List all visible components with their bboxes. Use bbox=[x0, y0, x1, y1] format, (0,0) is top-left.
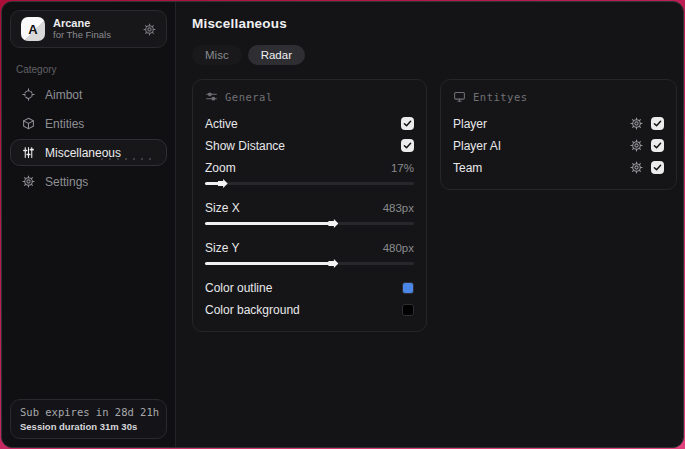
slider-size-x[interactable] bbox=[205, 219, 414, 228]
checkbox[interactable] bbox=[401, 139, 414, 152]
settings-row: Show Distance bbox=[205, 135, 414, 156]
general-panel-title: General bbox=[225, 91, 273, 103]
entity-label: Player bbox=[453, 117, 487, 131]
entity-controls bbox=[630, 161, 664, 174]
sidebar-item-label: Settings bbox=[45, 175, 88, 189]
entity-row: Player bbox=[453, 113, 664, 134]
tab-radar[interactable]: Radar bbox=[248, 45, 305, 65]
checkbox[interactable] bbox=[401, 117, 414, 130]
slider-thumb[interactable] bbox=[218, 179, 228, 188]
entity-label: Player AI bbox=[453, 139, 501, 153]
slider-thumb[interactable] bbox=[328, 259, 338, 268]
entity-controls bbox=[630, 117, 664, 130]
main-content: Miscellaneous MiscRadar General ActiveSh… bbox=[176, 2, 684, 447]
cube-icon bbox=[21, 117, 35, 130]
slider-fill bbox=[205, 222, 330, 225]
setting-label: Size Y bbox=[205, 241, 239, 255]
color-swatch[interactable] bbox=[402, 304, 414, 316]
sidebar-item-miscellaneous[interactable]: Miscellaneous bbox=[10, 139, 167, 166]
sliders-horizontal-icon bbox=[205, 90, 218, 103]
setting-label: Color outline bbox=[205, 281, 272, 295]
slider-size-y[interactable] bbox=[205, 259, 414, 268]
color-swatch[interactable] bbox=[402, 282, 414, 294]
sidebar-item-label: Aimbot bbox=[45, 88, 82, 102]
monitor-icon bbox=[453, 90, 466, 103]
setting-label: Zoom bbox=[205, 161, 236, 175]
entities-panel-title: Entityes bbox=[473, 91, 528, 103]
slider-fill bbox=[205, 182, 220, 185]
app-window: A Arcane for The Finals Category AimbotE… bbox=[1, 1, 684, 448]
app-card: A Arcane for The Finals bbox=[10, 10, 167, 48]
entity-label: Team bbox=[453, 161, 482, 175]
general-panel: General ActiveShow DistanceZoom17%Size X… bbox=[192, 79, 427, 332]
sidebar-item-settings[interactable]: Settings bbox=[10, 168, 167, 195]
setting-label: Show Distance bbox=[205, 139, 285, 153]
settings-row: Size X483px bbox=[205, 197, 414, 218]
settings-row: Active bbox=[205, 113, 414, 134]
page-title: Miscellaneous bbox=[192, 16, 677, 31]
checkbox[interactable] bbox=[651, 139, 664, 152]
app-subtitle: for The Finals bbox=[53, 30, 111, 41]
sub-expires-text: Sub expires in 28d 21h bbox=[20, 406, 157, 418]
gear-icon[interactable] bbox=[630, 139, 643, 152]
subscription-card: Sub expires in 28d 21h Session duration … bbox=[10, 399, 167, 439]
gear-icon[interactable] bbox=[630, 161, 643, 174]
slider-fill bbox=[205, 262, 330, 265]
dots-decoration bbox=[98, 157, 154, 161]
gear-icon bbox=[21, 175, 35, 188]
slider-track[interactable] bbox=[205, 182, 414, 185]
settings-row: Zoom17% bbox=[205, 157, 414, 178]
app-name: Arcane bbox=[53, 17, 111, 30]
settings-row: Size Y480px bbox=[205, 237, 414, 258]
sliders-icon bbox=[21, 146, 35, 159]
checkbox[interactable] bbox=[651, 117, 664, 130]
app-settings-gear-icon[interactable] bbox=[143, 23, 156, 36]
slider-zoom[interactable] bbox=[205, 179, 414, 188]
sidebar-nav: AimbotEntitiesMiscellaneousSettings bbox=[10, 81, 167, 195]
tab-bar: MiscRadar bbox=[192, 45, 677, 65]
checkbox[interactable] bbox=[651, 161, 664, 174]
tab-misc[interactable]: Misc bbox=[192, 45, 242, 65]
settings-row: Color background bbox=[205, 299, 414, 320]
sidebar-item-aimbot[interactable]: Aimbot bbox=[10, 81, 167, 108]
app-logo: A bbox=[21, 17, 45, 41]
sidebar: A Arcane for The Finals Category AimbotE… bbox=[2, 2, 176, 447]
slider-thumb[interactable] bbox=[328, 219, 338, 228]
setting-value: 480px bbox=[383, 242, 414, 254]
entity-controls bbox=[630, 139, 664, 152]
setting-label: Active bbox=[205, 117, 238, 131]
setting-label: Color background bbox=[205, 303, 300, 317]
session-duration-text: Session duration 31m 30s bbox=[20, 421, 157, 432]
sidebar-item-entities[interactable]: Entities bbox=[10, 110, 167, 137]
entity-row: Team bbox=[453, 157, 664, 178]
entities-panel: Entityes PlayerPlayer AITeam bbox=[440, 79, 677, 190]
entity-row: Player AI bbox=[453, 135, 664, 156]
category-label: Category bbox=[16, 64, 161, 75]
setting-value: 17% bbox=[391, 162, 414, 174]
setting-value: 483px bbox=[383, 202, 414, 214]
crosshair-icon bbox=[21, 88, 35, 101]
setting-label: Size X bbox=[205, 201, 240, 215]
gear-icon[interactable] bbox=[630, 117, 643, 130]
sidebar-item-label: Entities bbox=[45, 117, 84, 131]
settings-row: Color outline bbox=[205, 277, 414, 298]
